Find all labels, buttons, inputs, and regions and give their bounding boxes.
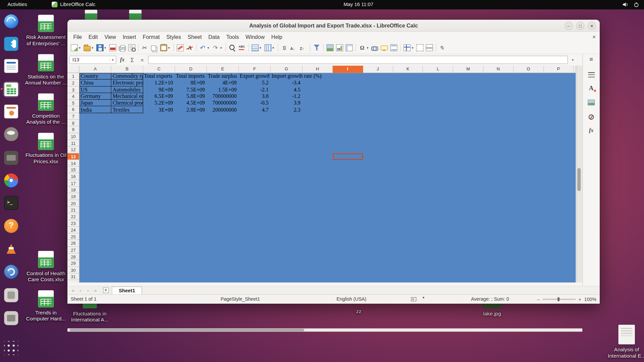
desktop-icon-6[interactable]: Trends in Computer Hard... xyxy=(21,290,71,322)
first-sheet-button[interactable] xyxy=(70,288,76,293)
print-button[interactable] xyxy=(118,43,126,53)
desktop-icon-sliver[interactable] xyxy=(85,10,97,19)
sort-descending-button[interactable] xyxy=(299,43,308,53)
desktop-icon-3[interactable]: Competition Analysis of the ... xyxy=(21,94,71,125)
zoom-slider[interactable] xyxy=(543,299,576,300)
dock-app-grid[interactable] xyxy=(3,340,19,356)
column-header-M[interactable]: M xyxy=(453,66,483,73)
zoom-in-button[interactable] xyxy=(579,297,581,302)
dock-chrome[interactable] xyxy=(3,172,19,189)
dock-vlc[interactable] xyxy=(3,241,19,257)
name-box-dropdown-icon[interactable]: ▼ xyxy=(109,58,116,61)
menu-styles[interactable]: Styles xyxy=(163,33,184,41)
next-sheet-button[interactable] xyxy=(85,288,91,293)
formula-equals-button[interactable]: = xyxy=(138,57,146,63)
dock-vscode[interactable] xyxy=(3,36,19,52)
new-button[interactable]: ▼ xyxy=(70,43,82,53)
menu-edit[interactable]: Edit xyxy=(85,33,101,41)
focused-app-menu[interactable]: LibreOffice Calc xyxy=(52,2,96,7)
dock-gimp[interactable] xyxy=(3,126,19,142)
row-header-16[interactable]: 16 xyxy=(67,173,79,180)
zoom-level[interactable]: 100% xyxy=(584,297,596,302)
column-header-G[interactable]: G xyxy=(271,66,303,73)
row-header-18[interactable]: 18 xyxy=(67,187,79,193)
copy-button[interactable] xyxy=(150,43,159,53)
row-header-4[interactable]: 4 xyxy=(67,93,79,100)
column-header-O[interactable]: O xyxy=(514,66,544,73)
undo-button[interactable]: ▼ xyxy=(199,43,211,53)
column-header-E[interactable]: E xyxy=(207,66,239,73)
row-header-22[interactable]: 22 xyxy=(67,213,79,220)
row-header-10[interactable]: 10 xyxy=(67,133,79,140)
row-header-17[interactable]: 17 xyxy=(67,180,79,187)
row-header-30[interactable]: 30 xyxy=(67,267,79,274)
desktop-icon-10[interactable]: Analysis of International E... xyxy=(601,325,644,359)
menu-insert[interactable]: Insert xyxy=(119,33,140,41)
system-status-area[interactable] xyxy=(623,2,639,7)
row-header-20[interactable]: 20 xyxy=(67,200,79,206)
column-header-B[interactable]: B xyxy=(111,66,143,73)
desktop-icon-8[interactable]: zz xyxy=(334,309,384,315)
row-header-21[interactable]: 21 xyxy=(67,206,79,213)
column-header-P[interactable]: P xyxy=(544,66,574,73)
horizontal-scrollbar[interactable] xyxy=(67,328,582,332)
column-header-N[interactable]: N xyxy=(483,66,514,73)
column-header-C[interactable]: C xyxy=(143,66,175,73)
insert-chart-button[interactable] xyxy=(335,43,344,53)
sort-button[interactable] xyxy=(280,43,289,53)
desktop-icon-5[interactable]: Control of Health Care Costs.xlsx xyxy=(21,251,71,283)
maximize-button[interactable] xyxy=(576,22,585,30)
row-header-14[interactable]: 14 xyxy=(67,160,79,167)
redo-button[interactable]: ▼ xyxy=(211,43,223,53)
row-header-26[interactable]: 26 xyxy=(67,240,79,247)
menu-tools[interactable]: Tools xyxy=(223,33,242,41)
selection-mode-icon[interactable] xyxy=(411,297,416,301)
row-header-2[interactable]: 2 xyxy=(67,80,79,86)
menu-window[interactable]: Window xyxy=(242,33,268,41)
row-header-19[interactable]: 19 xyxy=(67,193,79,200)
row-header-12[interactable]: 12 xyxy=(67,146,79,153)
row-header-5[interactable]: 5 xyxy=(67,100,79,106)
column-header-A[interactable]: A xyxy=(79,66,111,73)
menu-view[interactable]: View xyxy=(101,33,119,41)
row-header-27[interactable]: 27 xyxy=(67,247,79,253)
column-header-D[interactable]: D xyxy=(175,66,207,73)
dock-libreoffice-impress[interactable] xyxy=(3,103,19,120)
cells-area[interactable]: CountryCommodity typeTotal exportsTotal … xyxy=(79,73,576,283)
insert-comment-button[interactable] xyxy=(380,43,389,53)
row-header-8[interactable]: 8 xyxy=(67,120,79,126)
column-header-H[interactable]: H xyxy=(303,66,333,73)
page-style-status[interactable]: PageStyle_Sheet1 xyxy=(221,296,260,301)
freeze-panes-button[interactable]: ▼ xyxy=(403,43,415,53)
cut-button[interactable] xyxy=(141,43,149,53)
desktop-icon-4[interactable]: Fluctuations in Oil Prices.xlsx xyxy=(21,133,71,165)
row-header-13[interactable]: 13 xyxy=(67,153,79,160)
dock-files[interactable] xyxy=(3,149,19,166)
expand-formula-bar-icon[interactable]: ▼ xyxy=(570,58,576,61)
sidebar-settings-icon[interactable]: ≡ xyxy=(589,56,593,63)
dock-blue-app[interactable] xyxy=(3,263,19,280)
desktop-icon-7[interactable]: Fluctuations in International A... xyxy=(64,304,115,323)
column-header-L[interactable]: L xyxy=(423,66,453,73)
desktop-icon-sliver[interactable] xyxy=(129,10,142,19)
language-status[interactable]: English (USA) xyxy=(336,296,366,301)
vertical-scrollbar-thumb[interactable] xyxy=(577,168,581,191)
row-header-29[interactable]: 29 xyxy=(67,260,79,267)
desktop-icon-2[interactable]: Statistics on the Annual Number ... xyxy=(21,54,71,86)
menu-data[interactable]: Data xyxy=(205,33,223,41)
special-character-button[interactable]: ▼ xyxy=(358,43,370,53)
dock-browser[interactable] xyxy=(3,13,19,29)
row-header-28[interactable]: 28 xyxy=(67,253,79,260)
row-header-9[interactable]: 9 xyxy=(67,126,79,133)
average-sum-status[interactable]: Average: ; Sum: 0 xyxy=(471,296,509,301)
close-button[interactable] xyxy=(588,22,596,30)
previous-sheet-button[interactable] xyxy=(77,288,84,293)
dock-terminal[interactable] xyxy=(3,195,19,211)
find-replace-button[interactable] xyxy=(228,43,236,53)
spelling-button[interactable] xyxy=(237,43,246,53)
name-box[interactable]: I13 ▼ xyxy=(69,56,116,64)
row-header-1[interactable]: 1 xyxy=(67,73,79,80)
split-window-button[interactable] xyxy=(425,43,434,53)
row-header-11[interactable]: 11 xyxy=(67,140,79,146)
add-sheet-button[interactable] xyxy=(103,287,109,293)
